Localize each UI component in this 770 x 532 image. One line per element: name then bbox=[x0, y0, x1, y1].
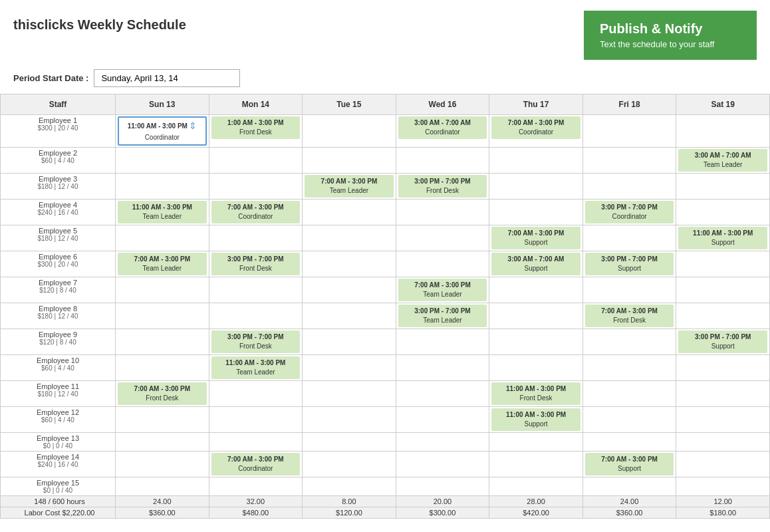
shift-sat-12[interactable] bbox=[676, 406, 770, 432]
shift-fri-14[interactable]: 7:00 AM - 3:00 PM Support bbox=[582, 451, 676, 477]
shift-tue-7[interactable] bbox=[303, 277, 396, 303]
shift-thu-8[interactable] bbox=[489, 303, 583, 329]
shift-sun-2[interactable] bbox=[116, 147, 209, 173]
shift-fri-12[interactable] bbox=[582, 406, 676, 432]
shift-sat-13[interactable] bbox=[676, 432, 770, 451]
shift-tue-10[interactable] bbox=[303, 354, 396, 380]
shift-thu-1[interactable]: 7:00 AM - 3:00 PM Coordinator bbox=[489, 115, 583, 148]
shift-tue-1[interactable] bbox=[303, 115, 396, 148]
shift-tue-6[interactable] bbox=[303, 251, 396, 277]
shift-mon-5[interactable] bbox=[209, 225, 303, 251]
shift-wed-5[interactable] bbox=[396, 225, 489, 251]
shift-sun-5[interactable] bbox=[116, 225, 209, 251]
shift-fri-8[interactable]: 7:00 AM - 3:00 PM Front Desk bbox=[582, 303, 676, 329]
shift-sun-1[interactable]: 11:00 AM - 3:00 PM ⇕ Coordinator bbox=[116, 115, 209, 148]
shift-sat-7[interactable] bbox=[676, 277, 770, 303]
shift-sat-3[interactable] bbox=[676, 173, 770, 199]
shift-thu-10[interactable] bbox=[489, 354, 583, 380]
shift-wed-9[interactable] bbox=[396, 329, 489, 354]
shift-tue-3[interactable]: 7:00 AM - 3:00 PM Team Leader bbox=[303, 173, 396, 199]
shift-thu-7[interactable] bbox=[489, 277, 583, 303]
shift-fri-11[interactable] bbox=[582, 380, 676, 406]
shift-fri-3[interactable] bbox=[582, 173, 676, 199]
shift-tue-9[interactable] bbox=[303, 329, 396, 354]
shift-wed-8[interactable]: 3:00 PM - 7:00 PM Team Leader bbox=[396, 303, 489, 329]
dropdown-icon[interactable]: ⇕ bbox=[189, 120, 197, 133]
shift-tue-5[interactable] bbox=[303, 225, 396, 251]
shift-thu-3[interactable] bbox=[489, 173, 583, 199]
shift-sat-10[interactable] bbox=[676, 354, 770, 380]
shift-tue-8[interactable] bbox=[303, 303, 396, 329]
shift-sun-11[interactable]: 7:00 AM - 3:00 PM Front Desk bbox=[116, 380, 209, 406]
shift-sun-3[interactable] bbox=[116, 173, 209, 199]
shift-wed-2[interactable] bbox=[396, 147, 489, 173]
shift-sat-1[interactable] bbox=[676, 115, 770, 148]
shift-wed-3[interactable]: 3:00 PM - 7:00 PM Front Desk bbox=[396, 173, 489, 199]
shift-mon-1[interactable]: 1:00 AM - 3:00 PM Front Desk bbox=[209, 115, 303, 148]
shift-mon-2[interactable] bbox=[209, 147, 303, 173]
shift-wed-7[interactable]: 7:00 AM - 3:00 PM Team Leader bbox=[396, 277, 489, 303]
shift-sun-10[interactable] bbox=[116, 354, 209, 380]
shift-sun-8[interactable] bbox=[116, 303, 209, 329]
shift-mon-15[interactable] bbox=[209, 477, 303, 495]
shift-thu-2[interactable] bbox=[489, 147, 583, 173]
shift-thu-14[interactable] bbox=[489, 451, 583, 477]
shift-fri-4[interactable]: 3:00 PM - 7:00 PM Coordinator bbox=[582, 199, 676, 225]
shift-sun-13[interactable] bbox=[116, 432, 209, 451]
shift-thu-4[interactable] bbox=[489, 199, 583, 225]
shift-wed-4[interactable] bbox=[396, 199, 489, 225]
shift-wed-14[interactable] bbox=[396, 451, 489, 477]
shift-sun-6[interactable]: 7:00 AM - 3:00 PM Team Leader bbox=[116, 251, 209, 277]
shift-wed-15[interactable] bbox=[396, 477, 489, 495]
shift-fri-2[interactable] bbox=[582, 147, 676, 173]
shift-mon-3[interactable] bbox=[209, 173, 303, 199]
shift-fri-15[interactable] bbox=[582, 477, 676, 495]
shift-wed-6[interactable] bbox=[396, 251, 489, 277]
shift-sat-14[interactable] bbox=[676, 451, 770, 477]
shift-tue-4[interactable] bbox=[303, 199, 396, 225]
shift-mon-9[interactable]: 3:00 PM - 7:00 PM Front Desk bbox=[209, 329, 303, 354]
shift-sun-7[interactable] bbox=[116, 277, 209, 303]
shift-thu-15[interactable] bbox=[489, 477, 583, 495]
shift-mon-7[interactable] bbox=[209, 277, 303, 303]
shift-sat-6[interactable] bbox=[676, 251, 770, 277]
shift-sat-15[interactable] bbox=[676, 477, 770, 495]
shift-sun-15[interactable] bbox=[116, 477, 209, 495]
shift-mon-13[interactable] bbox=[209, 432, 303, 451]
shift-mon-14[interactable]: 7:00 AM - 3:00 PM Coordinator bbox=[209, 451, 303, 477]
shift-thu-9[interactable] bbox=[489, 329, 583, 354]
period-start-input[interactable] bbox=[94, 69, 240, 87]
shift-thu-5[interactable]: 7:00 AM - 3:00 PM Support bbox=[489, 225, 583, 251]
shift-mon-10[interactable]: 11:00 AM - 3:00 PM Team Leader bbox=[209, 354, 303, 380]
shift-sun-12[interactable] bbox=[116, 406, 209, 432]
shift-mon-4[interactable]: 7:00 AM - 3:00 PM Coordinator bbox=[209, 199, 303, 225]
shift-mon-8[interactable] bbox=[209, 303, 303, 329]
shift-tue-13[interactable] bbox=[303, 432, 396, 451]
shift-sun-9[interactable] bbox=[116, 329, 209, 354]
shift-fri-1[interactable] bbox=[582, 115, 676, 148]
shift-fri-7[interactable] bbox=[582, 277, 676, 303]
shift-sat-4[interactable] bbox=[676, 199, 770, 225]
shift-mon-11[interactable] bbox=[209, 380, 303, 406]
shift-sat-11[interactable] bbox=[676, 380, 770, 406]
shift-thu-13[interactable] bbox=[489, 432, 583, 451]
shift-tue-14[interactable] bbox=[303, 451, 396, 477]
shift-wed-1[interactable]: 3:00 AM - 7:00 AM Coordinator bbox=[396, 115, 489, 148]
shift-sat-8[interactable] bbox=[676, 303, 770, 329]
shift-thu-11[interactable]: 11:00 AM - 3:00 PM Front Desk bbox=[489, 380, 583, 406]
shift-thu-6[interactable]: 3:00 AM - 7:00 AM Support bbox=[489, 251, 583, 277]
shift-fri-5[interactable] bbox=[582, 225, 676, 251]
shift-fri-6[interactable]: 3:00 PM - 7:00 PM Support bbox=[582, 251, 676, 277]
shift-tue-12[interactable] bbox=[303, 406, 396, 432]
shift-tue-2[interactable] bbox=[303, 147, 396, 173]
shift-wed-11[interactable] bbox=[396, 380, 489, 406]
shift-sat-5[interactable]: 11:00 AM - 3:00 PM Support bbox=[676, 225, 770, 251]
shift-sat-9[interactable]: 3:00 PM - 7:00 PM Support bbox=[676, 329, 770, 354]
shift-sat-2[interactable]: 3:00 AM - 7:00 AM Team Leader bbox=[676, 147, 770, 173]
publish-notify-button[interactable]: Publish & Notify Text the schedule to yo… bbox=[584, 11, 757, 60]
shift-mon-6[interactable]: 3:00 PM - 7:00 PM Front Desk bbox=[209, 251, 303, 277]
shift-fri-9[interactable] bbox=[582, 329, 676, 354]
shift-wed-12[interactable] bbox=[396, 406, 489, 432]
shift-wed-13[interactable] bbox=[396, 432, 489, 451]
shift-tue-15[interactable] bbox=[303, 477, 396, 495]
